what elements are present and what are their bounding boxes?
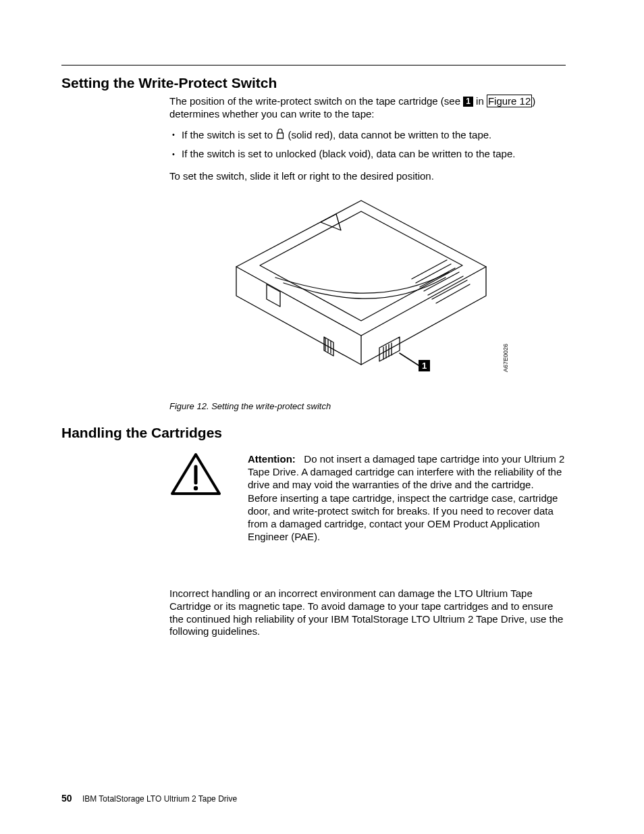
heading-handling-cartridges: Handling the Cartridges xyxy=(61,425,222,441)
figure-12-caption: Figure 12. Setting the write-protect swi… xyxy=(169,401,331,411)
page-number: 50 xyxy=(61,793,72,804)
svg-line-15 xyxy=(400,353,419,365)
svg-rect-0 xyxy=(277,133,284,138)
figure-12-drawing: 1 A67E0026 xyxy=(209,191,513,391)
heading-write-protect: Setting the Write-Protect Switch xyxy=(61,75,277,91)
bullet-item: If the switch is set to (solid red), dat… xyxy=(169,128,566,144)
attention-body: Do not insert a damaged tape cartridge i… xyxy=(248,453,564,542)
para-handling-guidelines: Incorrect handling or an incorrect envir… xyxy=(169,588,566,638)
callout-1-inline: 1 xyxy=(463,97,473,107)
para-set-switch: To set the switch, slide it left or righ… xyxy=(169,170,566,183)
bullet-item: If the switch is set to unlocked (black … xyxy=(169,148,566,161)
caution-icon xyxy=(169,452,222,500)
attention-label: Attention: xyxy=(248,453,296,465)
page: Setting the Write-Protect Switch The pos… xyxy=(0,0,644,834)
figure-callout-1: 1 xyxy=(422,361,427,371)
attention-paragraph: Attention: Do not insert a damaged tape … xyxy=(248,452,566,543)
text: in xyxy=(476,95,487,107)
link-figure-12[interactable]: Figure 12 xyxy=(487,95,532,107)
text: If the switch is set to xyxy=(182,129,275,140)
svg-point-18 xyxy=(194,486,198,490)
footer-title: IBM TotalStorage LTO Ultrium 2 Tape Driv… xyxy=(82,794,237,804)
text: The position of the write-protect switch… xyxy=(169,95,463,107)
lock-icon xyxy=(275,128,285,144)
text: If the switch is set to unlocked (black … xyxy=(182,148,515,159)
bullet-list: If the switch is set to (solid red), dat… xyxy=(169,128,566,165)
para-write-protect-intro: The position of the write-protect switch… xyxy=(169,95,566,121)
figure-id-label: A67E0026 xyxy=(502,344,509,372)
section-rule xyxy=(61,65,566,66)
text: (solid red), data cannot be written to t… xyxy=(288,129,491,140)
page-footer: 50 IBM TotalStorage LTO Ultrium 2 Tape D… xyxy=(61,793,237,804)
